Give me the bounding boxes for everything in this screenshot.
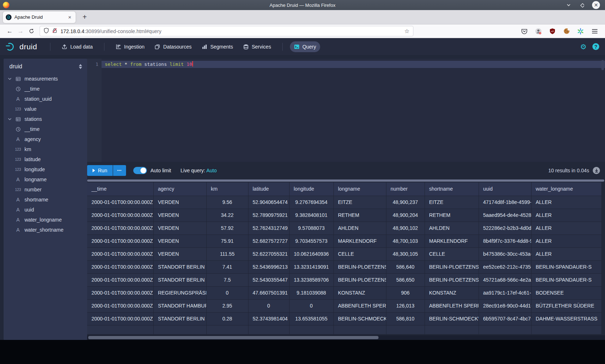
sidebar-column---time[interactable]: __time <box>4 124 87 134</box>
lock-insecure-icon[interactable] <box>52 28 57 35</box>
url-text: 172.18.0.4:30899/unified-console.html#qu… <box>60 28 161 34</box>
clock-icon <box>14 127 22 132</box>
sidebar-column-km[interactable]: 123km <box>4 144 87 154</box>
table-cell: AHLDEN <box>425 222 479 235</box>
screen: Apache Druid — Mozilla Firefox ✕ Apache … <box>0 0 605 364</box>
table-cell: 28ec91e8-90c0-44d1-8f0 <box>479 299 531 312</box>
nav-item-ingestion[interactable]: Ingestion <box>112 41 149 52</box>
back-button[interactable]: ← <box>4 26 15 37</box>
table-cell: ee52ce62-212c-4735-b4 <box>479 260 531 273</box>
load-data-icon <box>62 44 67 50</box>
pocket-icon[interactable] <box>520 27 528 35</box>
live-query[interactable]: Live query: Auto <box>180 168 216 173</box>
table-cell: 586,650 <box>386 273 425 286</box>
run-button[interactable]: Run <box>87 165 113 176</box>
tab-apache-druid[interactable]: Apache Druid × <box>3 12 76 23</box>
sidebar-column-shortname[interactable]: Ashortname <box>4 195 87 205</box>
nav-item-load-data[interactable]: Load data <box>58 41 97 52</box>
sidebar-column-latitude[interactable]: 123latitude <box>4 154 87 164</box>
sidebar-column-agency[interactable]: Aagency <box>4 134 87 144</box>
sql-token <box>122 62 125 67</box>
table-cell: VERDEN <box>153 247 206 260</box>
schema-switch-icon[interactable] <box>79 64 82 69</box>
chevron-down-icon[interactable] <box>7 78 12 80</box>
ublock-icon[interactable]: uO <box>548 27 556 35</box>
help-icon[interactable]: ? <box>592 43 599 50</box>
query-editor[interactable]: 1 select * from stations limit 10 <box>87 59 605 162</box>
sql-token: * <box>125 62 127 67</box>
sidebar-column-station-uuid[interactable]: Astation_uuid <box>4 94 87 104</box>
tree-item-label: water_longname <box>24 217 62 223</box>
run-more-button[interactable]: ••• <box>113 165 126 176</box>
tab-close-icon[interactable]: × <box>67 14 73 20</box>
cookie-icon[interactable] <box>563 27 570 35</box>
sidebar-table-measurements[interactable]: measurements <box>4 74 87 84</box>
column-header---time[interactable]: __time <box>87 182 153 196</box>
editor-scrollbar[interactable] <box>601 60 604 70</box>
column-header-km[interactable]: km <box>206 182 248 196</box>
sql-token: from <box>130 62 141 67</box>
account-icon[interactable] <box>534 27 542 35</box>
tree-item-label: number <box>24 187 41 192</box>
table-row: 2000-01-01T00:00:00.000ZSTANDORT BERLIN7… <box>87 273 601 286</box>
nav-item-label: Datasources <box>163 44 192 50</box>
column-header-water-longname[interactable]: water_longname <box>531 182 601 196</box>
table-cell: 34.22 <box>206 209 248 222</box>
minimize-icon[interactable] <box>566 3 571 8</box>
table-cell: 2000-01-01T00:00:00.000Z <box>87 247 153 260</box>
column-header-agency[interactable]: agency <box>153 182 206 196</box>
sidebar-column-uuid[interactable]: Auuid <box>4 205 87 215</box>
nav-item-datasources[interactable]: Datasources <box>151 41 196 52</box>
sidebar-column-longname[interactable]: Alongname <box>4 174 87 185</box>
number-type-icon: 123 <box>14 147 22 151</box>
table-cell: REGIERUNGSPRÄSIDIUM <box>153 286 206 299</box>
druid-logo[interactable]: druid <box>6 42 37 51</box>
table-cell: VERDEN <box>153 209 206 222</box>
sidebar-column-water-shortname[interactable]: Awater_shortname <box>4 225 87 235</box>
extension-asterisk-icon[interactable] <box>577 27 584 35</box>
results-table: __timeagencykmlatitudelongitudelongnamen… <box>87 182 602 335</box>
column-header-number[interactable]: number <box>386 182 425 196</box>
tree-item-label: __time <box>24 126 40 132</box>
menu-icon[interactable] <box>591 27 599 35</box>
sidebar-column-value[interactable]: 123value <box>4 104 87 114</box>
bottom-scrollbar-thumb[interactable] <box>88 336 378 339</box>
toolbar-actions: uO <box>520 27 601 35</box>
schema-name[interactable]: druid <box>9 63 22 70</box>
auto-limit-toggle[interactable] <box>133 167 147 174</box>
new-tab-button[interactable]: + <box>79 12 90 23</box>
nav-item-query[interactable]: Query <box>290 41 320 52</box>
forward-button[interactable]: → <box>15 26 26 37</box>
shield-icon[interactable] <box>44 28 49 35</box>
close-window-icon[interactable]: ✕ <box>592 1 600 9</box>
table-icon <box>14 76 22 82</box>
sidebar-column---time[interactable]: __time <box>4 84 87 94</box>
table-row: 2000-01-01T00:00:00.000ZVERDEN111.5552.6… <box>87 247 601 260</box>
sidebar-column-longitude[interactable]: 123longitude <box>4 164 87 174</box>
column-header-uuid[interactable]: uuid <box>479 182 531 196</box>
reload-button[interactable] <box>26 26 37 37</box>
column-header-longitude[interactable]: longitude <box>289 182 333 196</box>
column-header-longname[interactable]: longname <box>333 182 386 196</box>
table-cell: 2000-01-01T00:00:00.000Z <box>87 260 153 273</box>
url-bar[interactable]: 172.18.0.4:30899/unified-console.html#qu… <box>40 26 413 36</box>
column-header-shortname[interactable]: shortname <box>425 182 479 196</box>
sidebar-table-stations[interactable]: stations <box>4 114 87 124</box>
bookmark-star-icon[interactable]: ☆ <box>404 28 409 35</box>
chevron-down-icon[interactable] <box>7 118 12 120</box>
table-cell: 5aaed954-de4e-4528-8f <box>479 209 531 222</box>
nav-item-services[interactable]: Services <box>239 41 275 52</box>
nav-item-segments[interactable]: Segments <box>198 41 237 52</box>
table-cell: ABBENFLETH SPERRWER <box>425 299 479 312</box>
table-cell: CELLE <box>333 247 386 260</box>
sidebar-column-water-longname[interactable]: Awater_longname <box>4 215 87 225</box>
sidebar-column-number[interactable]: 123number <box>4 185 87 195</box>
column-header-latitude[interactable]: latitude <box>248 182 289 196</box>
table-cell: aa9179c1-17ef-4c61-a48 <box>479 286 531 299</box>
table-cell: STANDORT BERLIN <box>153 273 206 286</box>
maximize-icon[interactable] <box>579 3 584 8</box>
table-cell: 47.6607501391 <box>248 286 289 299</box>
settings-gear-icon[interactable]: ⚙ <box>580 43 587 50</box>
top-scrollbar-thumb[interactable] <box>87 179 604 182</box>
download-results-icon[interactable] <box>593 167 600 174</box>
